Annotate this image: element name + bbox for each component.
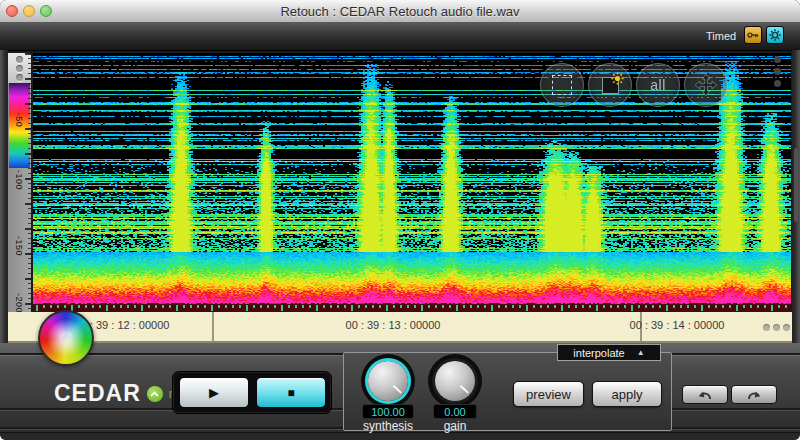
undo-icon	[695, 389, 715, 401]
pan-icon	[693, 72, 719, 98]
sun-icon	[611, 72, 624, 85]
pan-button[interactable]	[684, 63, 728, 107]
timestamp: 00 : 39 : 14 : 00000	[630, 319, 725, 331]
timeline-corner-dots	[763, 324, 790, 331]
knob-cap	[368, 361, 408, 401]
view-all-button[interactable]: all	[636, 63, 680, 107]
gain-value: 0.00	[433, 404, 477, 419]
synthesis-value: 100.00	[362, 404, 414, 419]
window-title: Retouch : CEDAR Retouch audio file.wav	[0, 4, 800, 19]
gear-icon	[768, 28, 782, 42]
process-mode-label: interpolate	[573, 347, 624, 359]
freq-label: -150	[14, 236, 24, 256]
gain-label: gain	[444, 419, 467, 433]
transport-controls: ▶ ■	[172, 371, 332, 414]
zoom-selection-icon	[602, 77, 619, 94]
mode-label: Timed	[706, 30, 736, 42]
zoom-selection-button[interactable]	[588, 63, 632, 107]
redo-icon	[744, 389, 764, 401]
timeline-marker	[212, 312, 214, 341]
freq-label: -100	[14, 170, 24, 190]
titlebar: Retouch : CEDAR Retouch audio file.wav	[0, 0, 800, 23]
synthesis-knob[interactable]	[361, 354, 415, 408]
clip-tool-button[interactable]	[744, 26, 762, 44]
knob-cap	[435, 361, 475, 401]
freq-label: -50	[14, 113, 24, 128]
marquee-select-icon	[552, 75, 572, 95]
window-bottom-edge	[0, 432, 800, 440]
vertical-scrollbar-thumb[interactable]	[794, 148, 798, 222]
retouch-window: Retouch : CEDAR Retouch audio file.wav T…	[0, 0, 800, 440]
settings-button[interactable]	[766, 26, 784, 44]
clip-tool-icon	[746, 28, 760, 42]
redo-button[interactable]	[731, 385, 777, 404]
cedar-logo-icon	[147, 386, 163, 402]
undo-button[interactable]	[682, 385, 728, 404]
timeline-ruler[interactable]: 00 : 39 : 12 : 00000 00 : 39 : 13 : 0000…	[8, 312, 792, 343]
apply-button[interactable]: apply	[592, 381, 662, 407]
marquee-select-button[interactable]	[540, 63, 584, 107]
freq-label: -200	[14, 293, 24, 313]
process-mode-dropdown[interactable]: interpolate ▲	[557, 344, 661, 361]
view-all-label: all	[650, 77, 666, 93]
stop-button[interactable]: ■	[256, 377, 326, 408]
toolbar: Timed	[0, 22, 800, 51]
dropdown-arrow-icon: ▲	[637, 348, 645, 357]
play-button[interactable]: ▶	[179, 377, 249, 408]
timestamp: 00 : 39 : 13 : 00000	[346, 319, 441, 331]
gain-knob[interactable]	[428, 354, 482, 408]
spectrogram-corner-dots	[774, 56, 781, 87]
cedar-wordmark: CEDAR	[54, 380, 141, 407]
synthesis-label: synthesis	[363, 419, 413, 433]
left-window-edge	[0, 50, 8, 343]
axis-minor-ticks	[28, 53, 31, 311]
color-wheel-button[interactable]	[38, 310, 94, 366]
preview-button[interactable]: preview	[513, 381, 584, 407]
